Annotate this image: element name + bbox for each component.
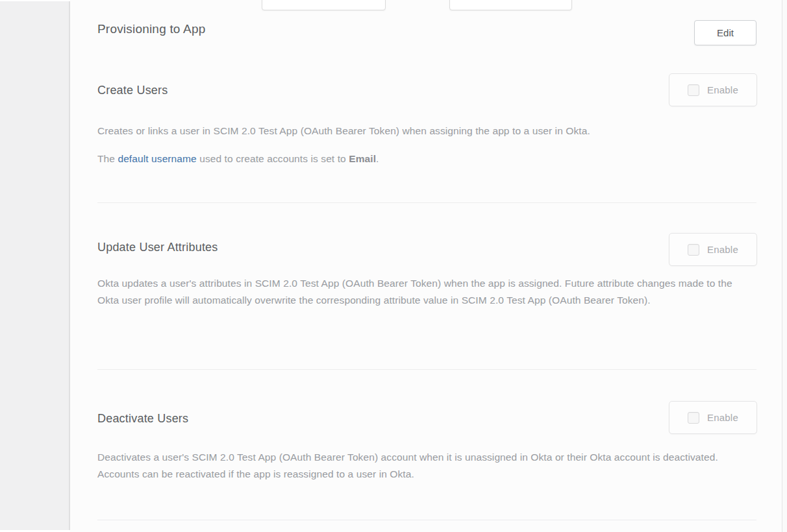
enable-label: Enable [707,412,738,423]
page-title: Provisioning to App [97,22,205,36]
create-users-heading: Create Users [97,84,168,97]
update-user-attributes-enable-checkbox[interactable]: Enable [669,233,757,266]
section-divider [97,202,756,203]
section-divider [97,369,756,370]
update-user-attributes-heading: Update User Attributes [97,241,218,254]
edit-button[interactable]: Edit [694,20,756,45]
create-users-description: Creates or links a user in SCIM 2.0 Test… [97,123,756,139]
enable-label: Enable [707,84,738,95]
create-users-note: The default username used to create acco… [97,151,756,167]
note-prefix: The [97,153,118,164]
provisioning-page: Provisioning to App Edit Enable Create U… [0,0,787,532]
left-sidebar [0,1,70,530]
create-users-enable-checkbox[interactable]: Enable [669,73,757,106]
section-divider [97,520,756,520]
partial-input-field-2[interactable] [449,0,572,10]
enable-label: Enable [707,244,738,255]
note-value: Email [349,153,376,164]
window-right-edge [782,0,787,532]
deactivate-users-enable-checkbox[interactable]: Enable [669,401,757,434]
deactivate-users-description: Deactivates a user's SCIM 2.0 Test App (… [97,449,756,483]
checkbox-icon[interactable] [688,84,699,96]
note-middle: used to create accounts is set to [197,153,349,164]
checkbox-icon[interactable] [688,244,699,256]
partial-input-field-1[interactable] [262,0,386,10]
deactivate-users-heading: Deactivate Users [97,412,188,426]
update-user-attributes-description: Okta updates a user's attributes in SCIM… [97,275,756,309]
main-content: Provisioning to App Edit Enable Create U… [70,0,787,532]
default-username-link[interactable]: default username [118,153,196,164]
note-suffix: . [376,153,379,164]
checkbox-icon[interactable] [688,412,699,424]
